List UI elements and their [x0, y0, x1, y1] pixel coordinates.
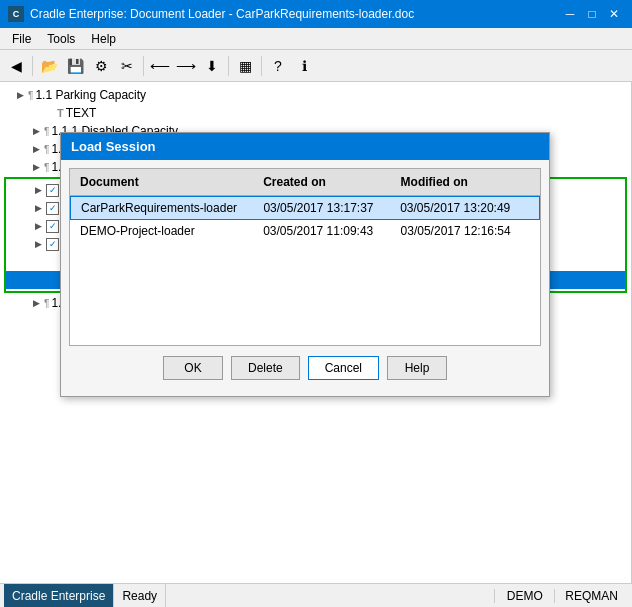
tb-left[interactable]: ⟵	[148, 54, 172, 78]
col-created: Created on	[259, 173, 396, 191]
tree-item-text-1[interactable]: T TEXT	[4, 104, 627, 122]
col-document: Document	[76, 173, 259, 191]
checkbox-ascending[interactable]: ✓	[46, 220, 59, 233]
expand-icon[interactable]: ▶	[30, 200, 46, 216]
table-header: Document Created on Modified on	[69, 168, 541, 196]
close-button[interactable]: ✕	[604, 4, 624, 24]
cancel-button[interactable]: Cancel	[308, 356, 379, 380]
tb-info[interactable]: ℹ	[292, 54, 316, 78]
expand-icon[interactable]: ▶	[28, 123, 44, 139]
col-modified: Modified on	[397, 173, 534, 191]
expand-icon[interactable]: ▶	[30, 218, 46, 234]
status-right: DEMO REQMAN	[494, 589, 628, 603]
menu-bar: File Tools Help	[0, 28, 632, 50]
expand-icon	[28, 105, 44, 121]
status-reqman: REQMAN	[554, 589, 628, 603]
tb-back[interactable]: ◀	[4, 54, 28, 78]
menu-tools[interactable]: Tools	[39, 30, 83, 48]
tb-save[interactable]: 💾	[63, 54, 87, 78]
paragraph-icon: ¶	[28, 90, 33, 101]
app-name: Cradle Enterprise	[12, 589, 105, 603]
tb-sep-1	[32, 56, 33, 76]
row-modified: 03/05/2017 12:16:54	[397, 223, 534, 239]
help-button[interactable]: Help	[387, 356, 447, 380]
dialog-buttons: OK Delete Cancel Help	[69, 346, 541, 388]
tb-settings[interactable]: ⚙	[89, 54, 113, 78]
expand-icon[interactable]: ▶	[30, 182, 46, 198]
tb-open[interactable]: 📂	[37, 54, 61, 78]
paragraph-icon: ¶	[44, 144, 49, 155]
text-icon: T	[57, 107, 64, 119]
dialog-body: Document Created on Modified on CarParkR…	[61, 160, 549, 396]
status-app: Cradle Enterprise	[4, 584, 114, 607]
table-row[interactable]: CarParkRequirements-loader 03/05/2017 13…	[70, 196, 540, 220]
status-ready: Ready	[114, 584, 166, 607]
checkbox-entrance-barriers[interactable]: ✓	[46, 238, 59, 251]
status-demo: DEMO	[494, 589, 554, 603]
load-session-dialog: Load Session Document Created on Modifie…	[60, 132, 550, 397]
menu-help[interactable]: Help	[83, 30, 124, 48]
dialog-title-text: Load Session	[71, 139, 156, 154]
tb-sep-2	[143, 56, 144, 76]
title-bar: C Cradle Enterprise: Document Loader - C…	[0, 0, 632, 28]
tb-right[interactable]: ⟶	[174, 54, 198, 78]
expand-icon[interactable]: ▶	[12, 87, 28, 103]
tree-item-parking-capacity[interactable]: ▶ ¶ 1.1 Parking Capacity	[4, 86, 627, 104]
tb-grid[interactable]: ▦	[233, 54, 257, 78]
app-icon: C	[8, 6, 24, 22]
reqman-label: REQMAN	[565, 589, 618, 603]
tb-cut[interactable]: ✂	[115, 54, 139, 78]
menu-file[interactable]: File	[4, 30, 39, 48]
toolbar: ◀ 📂 💾 ⚙ ✂ ⟵ ⟶ ⬇ ▦ ? ℹ	[0, 50, 632, 82]
table-row[interactable]: DEMO-Project-loader 03/05/2017 11:09:43 …	[70, 220, 540, 242]
status-text: Ready	[122, 589, 157, 603]
expand-icon[interactable]: ▶	[28, 159, 44, 175]
status-bar: Cradle Enterprise Ready DEMO REQMAN	[0, 583, 632, 607]
row-modified: 03/05/2017 13:20:49	[396, 200, 533, 216]
expand-icon[interactable]: ▶	[28, 295, 44, 311]
row-created: 03/05/2017 11:09:43	[259, 223, 396, 239]
tree-label: TEXT	[66, 106, 97, 120]
tb-sep-3	[228, 56, 229, 76]
tb-help[interactable]: ?	[266, 54, 290, 78]
checkbox-space-rows[interactable]: ✓	[46, 202, 59, 215]
checkbox-levels[interactable]: ✓	[46, 184, 59, 197]
paragraph-icon: ¶	[44, 298, 49, 309]
expand-icon[interactable]: ▶	[30, 236, 46, 252]
row-document: CarParkRequirements-loader	[77, 200, 259, 216]
main-content: ▶ ¶ 1.1 Parking Capacity T TEXT ▶ ¶ 1.1.…	[0, 82, 632, 583]
tree-label: 1.1 Parking Capacity	[35, 88, 146, 102]
row-document: DEMO-Project-loader	[76, 223, 259, 239]
table-body[interactable]: CarParkRequirements-loader 03/05/2017 13…	[69, 196, 541, 346]
paragraph-icon: ¶	[44, 126, 49, 137]
maximize-button[interactable]: □	[582, 4, 602, 24]
tb-sep-4	[261, 56, 262, 76]
delete-button[interactable]: Delete	[231, 356, 300, 380]
expand-icon[interactable]: ▶	[28, 141, 44, 157]
dialog-title-bar: Load Session	[61, 133, 549, 160]
ok-button[interactable]: OK	[163, 356, 223, 380]
window-controls[interactable]: ─ □ ✕	[560, 4, 624, 24]
paragraph-icon: ¶	[44, 162, 49, 173]
title-bar-text: Cradle Enterprise: Document Loader - Car…	[30, 7, 414, 21]
demo-label: DEMO	[507, 589, 543, 603]
title-bar-left: C Cradle Enterprise: Document Loader - C…	[8, 6, 414, 22]
tb-down[interactable]: ⬇	[200, 54, 224, 78]
minimize-button[interactable]: ─	[560, 4, 580, 24]
row-created: 03/05/2017 13:17:37	[259, 200, 396, 216]
